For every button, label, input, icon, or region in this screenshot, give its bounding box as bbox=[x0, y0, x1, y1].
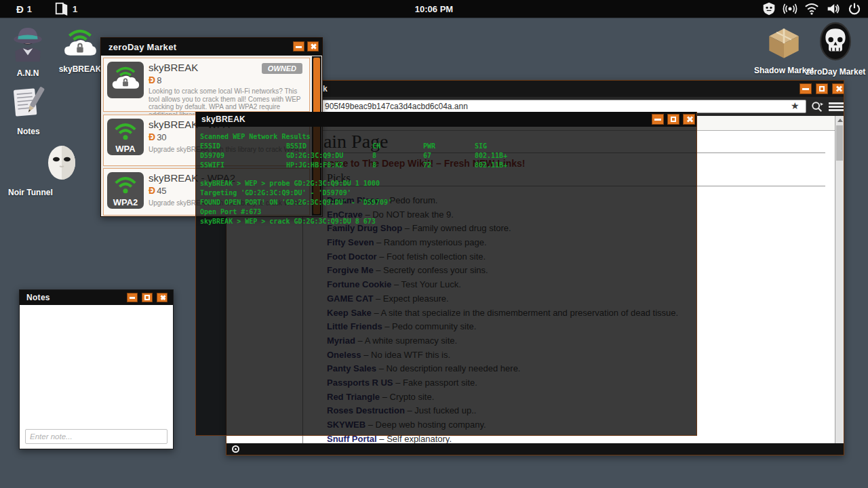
scan-header: Scanned WEP Network Results bbox=[200, 132, 692, 142]
search-icon[interactable] bbox=[810, 100, 824, 115]
note-input[interactable] bbox=[25, 429, 167, 444]
tool-icon-label: WPA bbox=[107, 144, 144, 154]
maximize-button[interactable] bbox=[142, 293, 153, 302]
spy-icon bbox=[11, 26, 45, 65]
browser-status-bar bbox=[226, 443, 844, 455]
terminal-output: Scanned WEP Network Results ESSIDBSSIDCH… bbox=[200, 132, 692, 226]
minimize-button[interactable] bbox=[652, 114, 664, 125]
wifi-cloud-icon bbox=[107, 62, 144, 98]
close-button[interactable] bbox=[832, 83, 844, 94]
mask-icon bbox=[46, 144, 77, 184]
desktop-icon-label: Notes bbox=[17, 127, 39, 136]
command-line: skyBREAK > WEP > crack GD:2G:3C:Q9:DU 8 … bbox=[200, 217, 692, 226]
market-item-skybreak[interactable]: skyBREAK Ð8 OWNED Looking to crack some … bbox=[103, 58, 310, 112]
coin-icon: Ð bbox=[149, 185, 155, 196]
tool-icon-label: WPA2 bbox=[107, 197, 144, 207]
item-price: Ð8 bbox=[149, 75, 161, 85]
top-status-bar: Ð 1 1 10:06 PM bbox=[0, 0, 868, 18]
skull-icon bbox=[819, 22, 852, 64]
desktop-icon-noir-tunnel[interactable]: Noir Tunnel bbox=[5, 144, 80, 197]
command-line: Open Port #:673 bbox=[200, 207, 692, 217]
notes-list bbox=[20, 305, 173, 449]
bookmark-star-icon[interactable]: ★ bbox=[791, 100, 800, 111]
scrollbar-thumb[interactable] bbox=[836, 125, 843, 161]
network-row[interactable]: D59709GD:2G:3C:Q9:DU867802.11B+ bbox=[200, 151, 692, 161]
command-line: Targeting 'GD:2G:3C:Q9:DU' - 'D59709' bbox=[200, 188, 692, 198]
minimize-button[interactable] bbox=[800, 83, 812, 94]
terminal-title: skyBREAK bbox=[201, 115, 245, 124]
wifi-wpa2-icon: WPA2 bbox=[107, 172, 144, 209]
command-line: skyBREAK > WEP > probe GD:2G:3C:Q9:DU 1 … bbox=[200, 179, 692, 188]
browser-title: k bbox=[323, 84, 328, 94]
skybreak-terminal-window: skyBREAK Scanned WEP Network Results ESS… bbox=[195, 112, 697, 436]
page-scrollbar[interactable] bbox=[835, 116, 844, 443]
desktop-icon-notes[interactable]: Notes bbox=[7, 84, 50, 136]
desktop-icon-label: Noir Tunnel bbox=[8, 188, 53, 197]
terminal-title-bar[interactable]: skyBREAK bbox=[196, 112, 696, 127]
desktop-icon-zeroday-market[interactable]: zeroDay Market bbox=[811, 22, 860, 77]
close-button[interactable] bbox=[683, 114, 695, 125]
desktop-icon-skybreak[interactable]: skyBREAK bbox=[58, 27, 102, 74]
owned-badge: OWNED bbox=[262, 63, 302, 74]
coin-icon: Ð bbox=[149, 131, 155, 142]
desktop-icon-label: skyBREAK bbox=[59, 64, 102, 74]
notes-window: Notes bbox=[19, 289, 174, 449]
maximize-button[interactable] bbox=[667, 114, 679, 125]
wifi-cloud-icon bbox=[63, 27, 97, 61]
item-name: skyBREAK bbox=[149, 62, 198, 73]
notes-title: Notes bbox=[26, 293, 50, 302]
market-title-bar[interactable]: zeroDay Market bbox=[101, 38, 322, 56]
menu-icon[interactable] bbox=[829, 102, 844, 113]
maximize-button[interactable] bbox=[816, 83, 828, 94]
desktop-icon-shadow-market[interactable]: Shadow Market bbox=[758, 27, 810, 75]
item-price: Ð45 bbox=[149, 185, 167, 196]
command-log: skyBREAK > WEP > probe GD:2G:3C:Q9:DU 1 … bbox=[200, 179, 692, 226]
desktop-icon-ann[interactable]: A.N.N bbox=[5, 26, 50, 78]
market-title: zeroDay Market bbox=[108, 42, 176, 52]
desktop-icon-label: A.N.N bbox=[17, 68, 39, 78]
scroll-up-icon[interactable] bbox=[837, 119, 843, 122]
minimize-button[interactable] bbox=[293, 41, 304, 52]
desktop-icon-label: zeroDay Market bbox=[806, 67, 866, 77]
command-line: FOUND OPEN PORT! ON 'GD:2G:3C:Q9:DU' - '… bbox=[200, 198, 692, 207]
close-button[interactable] bbox=[307, 41, 319, 52]
notepad-icon bbox=[11, 84, 46, 123]
minimize-button[interactable] bbox=[127, 293, 138, 302]
coin-icon: Ð bbox=[149, 75, 155, 85]
loading-indicator bbox=[232, 445, 239, 453]
wifi-wpa-icon: WPA bbox=[107, 119, 144, 155]
close-button[interactable] bbox=[157, 293, 167, 302]
box-icon bbox=[766, 27, 802, 62]
item-price: Ð30 bbox=[149, 131, 167, 142]
table-header-row: ESSIDBSSIDCHPWRSIG bbox=[200, 142, 692, 151]
terminal-body[interactable]: Scanned WEP Network Results ESSIDBSSIDCH… bbox=[196, 127, 696, 435]
clock: 10:06 PM bbox=[0, 4, 868, 14]
network-row[interactable]: SSWIFIHP:JG:HB:F8:K2872802.11B+ bbox=[200, 161, 692, 170]
